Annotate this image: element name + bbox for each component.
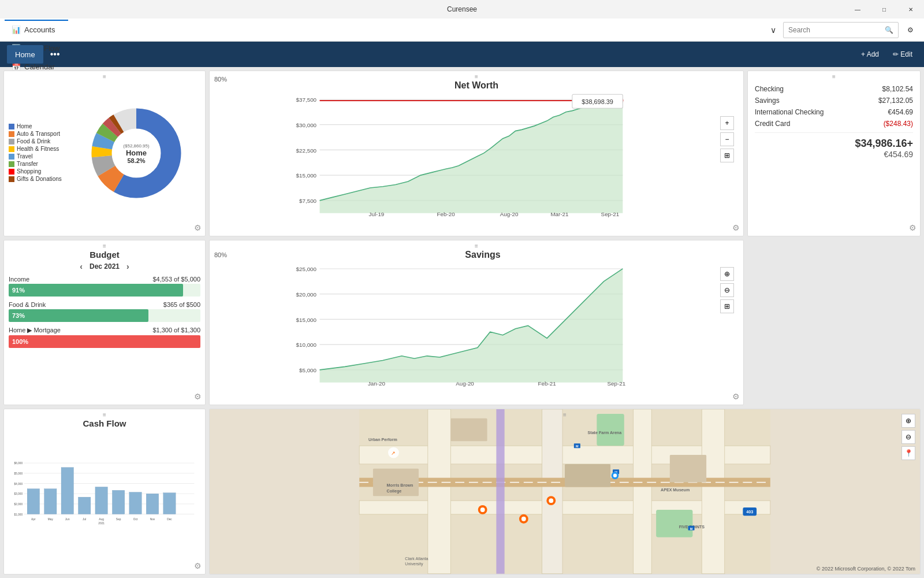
budget-item-name: Food & Drink <box>9 301 46 308</box>
svg-text:$25,000: $25,000 <box>296 266 317 272</box>
svg-text:Sep: Sep <box>116 518 121 521</box>
legend-dot <box>9 131 14 137</box>
networth-gear-button[interactable]: ⚙ <box>732 223 740 232</box>
titlebar: Curensee — □ ✕ <box>0 0 924 18</box>
budget-item-amount: $1,300 of $1,300 <box>152 327 200 334</box>
panel-handle-map[interactable]: ≡ <box>563 412 567 418</box>
budget-nav: ‹ Dec 2021 › <box>9 262 200 271</box>
panel-handle-networth[interactable]: ≡ <box>475 73 478 80</box>
networth-zoom-label: 80% <box>214 76 227 83</box>
more-button[interactable]: ••• <box>48 49 62 60</box>
pie-legend: HomeAuto & TransportFood & DrinkHealth &… <box>9 123 72 183</box>
zoom-in-button[interactable]: + <box>720 116 734 130</box>
window-controls: — □ ✕ <box>844 0 924 18</box>
settings-button[interactable]: ⚙ <box>901 21 919 39</box>
home-button[interactable]: Home <box>7 45 43 64</box>
svg-rect-70 <box>129 492 141 514</box>
savings-gear-button[interactable]: ⚙ <box>732 392 740 401</box>
svg-text:($52,860.95): ($52,860.95) <box>123 143 150 149</box>
maximize-button[interactable]: □ <box>871 0 897 18</box>
budget-item-amount: $365 of $500 <box>163 301 200 308</box>
budget-gear-button[interactable]: ⚙ <box>194 392 202 401</box>
total-eur: €454.69 <box>755 150 913 159</box>
dropdown-arrow[interactable]: ∨ <box>766 25 781 35</box>
svg-text:Jan-20: Jan-20 <box>368 380 386 387</box>
savings-zoom-out[interactable]: ⊖ <box>720 283 734 297</box>
legend-item: Food & Drink <box>9 138 72 144</box>
account-name: Checking <box>755 85 784 93</box>
legend-item: Home <box>9 123 72 129</box>
map-zoom-out[interactable]: ⊖ <box>901 430 915 444</box>
accounts-label: Accounts <box>24 25 55 34</box>
legend-dot <box>9 161 14 167</box>
account-row: Checking$8,102.54 <box>755 85 913 93</box>
legend-label: Gifts & Donations <box>17 176 62 182</box>
close-button[interactable]: ✕ <box>897 0 924 18</box>
panel-handle-pie[interactable]: ≡ <box>103 73 106 80</box>
edit-button[interactable]: ✏ Edit <box>888 48 917 61</box>
accounts-panel: ≡ Checking$8,102.54Savings$27,132.05Inte… <box>747 71 921 236</box>
legend-label: Health & Fitness <box>17 146 59 152</box>
minimize-button[interactable]: — <box>844 0 871 18</box>
savings-chart-svg: $25,000 $20,000 $15,000 $10,000 $5,000 J… <box>214 262 716 389</box>
svg-text:Apr: Apr <box>31 518 36 521</box>
legend-label: Shopping <box>17 168 41 175</box>
legend-label: Transfer <box>17 161 38 167</box>
panel-handle-budget[interactable]: ≡ <box>103 243 106 249</box>
menu-item-accounts[interactable]: 📊Accounts <box>5 21 68 39</box>
account-row: Credit Card($248.43) <box>755 120 913 128</box>
svg-text:2021: 2021 <box>98 522 105 525</box>
grid-button[interactable]: ⊞ <box>720 149 734 162</box>
account-value: $8,102.54 <box>882 85 913 93</box>
pie-gear-button[interactable]: ⚙ <box>194 223 202 232</box>
search-box[interactable]: 🔍 <box>783 22 899 38</box>
panel-handle-savings[interactable]: ≡ <box>475 243 478 249</box>
svg-text:$20,000: $20,000 <box>296 291 317 298</box>
svg-text:$5,000: $5,000 <box>299 367 317 373</box>
svg-text:$3,000: $3,000 <box>14 493 23 496</box>
svg-rect-60 <box>44 489 57 514</box>
svg-point-112 <box>549 499 553 503</box>
savings-panel: ≡ 80% Savings $25,000 $20,000 $15,000 $1… <box>209 240 744 406</box>
search-input[interactable] <box>788 26 885 34</box>
panel-handle-cashflow[interactable]: ≡ <box>103 412 106 418</box>
svg-text:Mar-21: Mar-21 <box>550 211 568 217</box>
zoom-out-button[interactable]: − <box>720 132 734 146</box>
savings-zoom-in[interactable]: ⊕ <box>720 267 734 281</box>
panel-handle-accounts[interactable]: ≡ <box>832 73 836 80</box>
cashflow-chart-svg: $6,000 $5,000 $4,000 $3,000 $2,000 $1,00… <box>9 431 200 551</box>
budget-items: Income$4,553 of $5,000 91% Food & Drink$… <box>9 276 200 348</box>
budget-bar-container: 100% <box>9 335 200 348</box>
legend-label: Auto & Transport <box>17 131 60 137</box>
budget-next-button[interactable]: › <box>126 262 129 271</box>
svg-rect-80 <box>428 409 451 574</box>
svg-text:Nov: Nov <box>150 518 155 521</box>
search-icon: 🔍 <box>885 26 893 34</box>
pie-container: HomeAuto & TransportFood & DrinkHealth &… <box>9 76 200 231</box>
svg-text:Jun: Jun <box>65 518 70 521</box>
map-panel: ≡ <box>209 409 921 575</box>
map-container: Morris Brown College State Farm Arena AP… <box>210 409 920 574</box>
cashflow-gear-button[interactable]: ⚙ <box>194 561 202 570</box>
accounts-gear-button[interactable]: ⚙ <box>909 223 916 232</box>
svg-text:$38,698.39: $38,698.39 <box>582 98 613 105</box>
svg-text:$22,500: $22,500 <box>296 147 317 154</box>
svg-rect-81 <box>542 409 562 574</box>
budget-bar-label: 73% <box>12 312 25 319</box>
savings-grid[interactable]: ⊞ <box>720 299 734 313</box>
budget-bar-container: 73% <box>9 309 200 322</box>
networth-panel: ≡ 80% Net Worth $37,500 $30,000 <box>209 71 744 236</box>
account-name: International Checking <box>755 108 824 116</box>
add-button[interactable]: + Add <box>856 48 884 61</box>
svg-text:Sep-21: Sep-21 <box>601 211 620 217</box>
map-zoom-in[interactable]: ⊕ <box>901 414 915 428</box>
svg-text:Jul-19: Jul-19 <box>369 211 385 217</box>
svg-text:$30,000: $30,000 <box>296 122 317 128</box>
svg-rect-92 <box>670 455 706 482</box>
budget-prev-button[interactable]: ‹ <box>80 262 83 271</box>
map-location[interactable]: 📍 <box>901 446 915 460</box>
budget-item-name: Income <box>9 276 29 283</box>
total-usd: $34,986.16+ <box>755 138 913 150</box>
networth-title: Net Worth <box>454 80 498 90</box>
budget-item-label: Food & Drink$365 of $500 <box>9 301 200 308</box>
